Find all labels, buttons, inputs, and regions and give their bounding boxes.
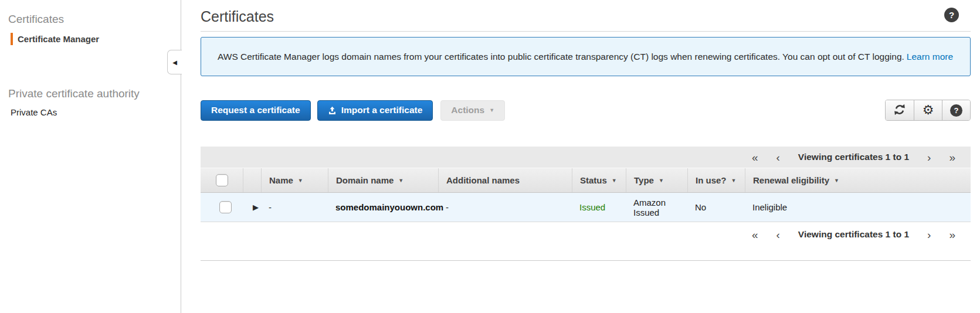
sort-icon: ▼ [398, 178, 403, 183]
last-page-button[interactable]: » [949, 152, 955, 163]
row-checkbox[interactable] [219, 201, 232, 213]
row-cell-type: Amazon Issued [626, 193, 687, 222]
gear-icon: ⚙ [923, 104, 934, 117]
refresh-button[interactable] [886, 100, 914, 120]
help-icon[interactable]: ? [944, 8, 959, 22]
row-cell-additional-names: - [438, 193, 572, 222]
upload-icon [328, 106, 337, 115]
next-page-button[interactable]: › [927, 229, 931, 240]
next-page-button[interactable]: › [927, 152, 931, 163]
column-header-type-label: Type [634, 175, 654, 185]
main-content: Certificates ? AWS Certificate Manager l… [181, 0, 980, 313]
row-cell-in-use: No [687, 193, 745, 222]
column-header-additional-names-label: Additional names [446, 175, 520, 185]
column-header-name[interactable]: Name ▼ [261, 168, 328, 192]
pagination-label: Viewing certificates 1 to 1 [798, 229, 909, 240]
column-header-renewal-eligibility-label: Renewal eligibility [753, 175, 829, 185]
column-header-additional-names: Additional names [438, 168, 572, 192]
actions-label: Actions [451, 105, 484, 115]
row-cell-checkbox [201, 193, 243, 222]
sidebar-heading-certificates: Certificates [8, 13, 181, 26]
pagination-label: Viewing certificates 1 to 1 [798, 152, 909, 162]
last-page-button[interactable]: » [949, 229, 955, 240]
actions-button[interactable]: Actions ▼ [440, 100, 505, 121]
sort-icon: ▼ [731, 178, 737, 183]
row-cell-status: Issued [572, 193, 626, 222]
page-header: Certificates ? [201, 0, 971, 32]
table-header-row: Name ▼ Domain name ▼ Additional names St… [201, 168, 971, 193]
help-icon: ? [950, 104, 962, 117]
sidebar-item-certificate-manager[interactable]: Certificate Manager [11, 33, 181, 45]
sort-icon: ▼ [298, 178, 303, 183]
header-cell-checkbox [201, 168, 243, 192]
table-settings-button-group: ⚙ ? [885, 100, 971, 121]
prev-page-button[interactable]: ‹ [776, 152, 780, 163]
prev-page-button[interactable]: ‹ [776, 229, 780, 240]
column-header-domain-name[interactable]: Domain name ▼ [328, 168, 438, 192]
column-header-status-label: Status [580, 175, 607, 185]
refresh-icon [893, 103, 906, 118]
expand-row-icon[interactable]: ▶ [253, 203, 259, 212]
row-cell-name: - [261, 193, 328, 222]
content-bottom-divider [201, 260, 971, 261]
column-header-type[interactable]: Type ▼ [626, 168, 687, 192]
pagination-bottom: « ‹ Viewing certificates 1 to 1 › » [201, 222, 971, 247]
page-title: Certificates [201, 8, 971, 25]
sidebar-item-private-cas[interactable]: Private CAs [11, 107, 181, 117]
row-cell-renewal-eligibility: Ineligible [745, 193, 971, 222]
column-header-name-label: Name [269, 175, 293, 185]
acm-console-page: Certificates Certificate Manager Private… [0, 0, 980, 313]
sort-icon: ▼ [612, 178, 617, 183]
learn-more-link[interactable]: Learn more [907, 52, 953, 62]
active-item-accent-bar [11, 33, 13, 45]
column-header-in-use-label: In use? [696, 175, 727, 185]
header-cell-expander [243, 168, 261, 192]
certificate-table-row[interactable]: ▶ - somedomainyouown.com - Issued Amazon… [201, 193, 971, 222]
sidebar-item-certificate-manager-label: Certificate Manager [18, 34, 99, 44]
column-header-domain-name-label: Domain name [336, 175, 394, 185]
pagination-top: « ‹ Viewing certificates 1 to 1 › » [201, 147, 971, 168]
sidebar-heading-private-ca: Private certificate authority [8, 87, 181, 100]
request-certificate-button[interactable]: Request a certificate [201, 100, 311, 121]
column-header-renewal-eligibility[interactable]: Renewal eligibility ▼ [745, 168, 971, 192]
settings-button[interactable]: ⚙ [914, 100, 942, 120]
chevron-left-icon: ◀ [172, 59, 177, 66]
sidebar-collapse-button[interactable]: ◀ [167, 50, 182, 74]
select-all-checkbox[interactable] [216, 174, 228, 186]
column-header-in-use[interactable]: In use? ▼ [687, 168, 745, 192]
import-certificate-label: Import a certificate [341, 105, 423, 115]
first-page-button[interactable]: « [752, 229, 758, 240]
sort-icon: ▼ [659, 178, 664, 183]
banner-text: AWS Certificate Manager logs domain name… [218, 52, 904, 62]
row-cell-expander: ▶ [243, 193, 261, 222]
sidebar: Certificates Certificate Manager Private… [0, 0, 181, 313]
ct-logging-info-banner: AWS Certificate Manager logs domain name… [201, 37, 971, 76]
first-page-button[interactable]: « [752, 152, 758, 163]
import-certificate-button[interactable]: Import a certificate [317, 100, 433, 121]
help-button[interactable]: ? [942, 100, 970, 120]
sort-icon: ▼ [834, 178, 839, 183]
caret-down-icon: ▼ [489, 108, 494, 113]
certificates-table: « ‹ Viewing certificates 1 to 1 › » Name… [201, 147, 971, 247]
column-header-status[interactable]: Status ▼ [572, 168, 626, 192]
row-cell-domain-name: somedomainyouown.com [328, 193, 438, 222]
toolbar: Request a certificate Import a certifica… [201, 100, 971, 121]
